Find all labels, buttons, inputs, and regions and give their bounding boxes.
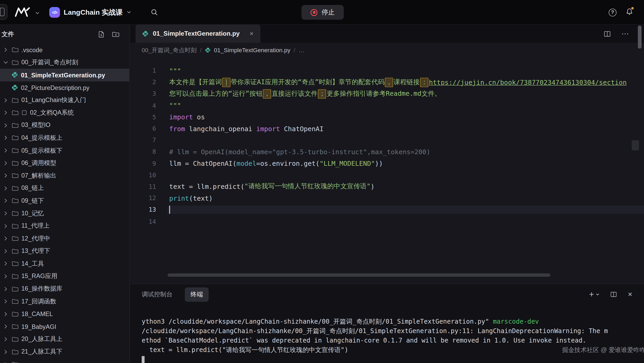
line-number: 9 — [130, 160, 156, 167]
tree-item-folder[interactable]: 21_人脉工具下 — [0, 345, 129, 358]
tree-item-label: 14_工具 — [21, 260, 44, 268]
folder-icon — [12, 260, 18, 267]
close-tab-icon[interactable]: ✕ — [250, 31, 254, 37]
code-line[interactable]: 8# llm = OpenAI(model_name="gpt-3.5-turb… — [130, 146, 644, 158]
vertical-scrollbar-thumb[interactable] — [638, 25, 641, 49]
folder-icon — [12, 323, 18, 330]
chevron-down-icon — [596, 292, 600, 297]
new-file-button[interactable] — [98, 31, 105, 38]
line-number: 13 — [130, 206, 156, 213]
tab-terminal[interactable]: 终端 — [185, 287, 209, 302]
folder-icon — [12, 349, 18, 355]
breadcrumb: 00_开篇词_奇点时刻 / 01_SimpleTextGeneration.py… — [130, 43, 644, 57]
folder-icon — [12, 311, 18, 317]
tree-item-folder[interactable]: 07_解析输出 — [0, 169, 129, 182]
chevron-down-icon[interactable] — [35, 10, 40, 17]
tree-item-folder[interactable]: .vscode — [0, 44, 129, 56]
tree-item-file[interactable]: 01_SimpleTextGeneration.py — [0, 69, 129, 81]
chevron-right-icon — [2, 298, 9, 305]
tree-item-folder[interactable]: 09_链下 — [0, 195, 129, 207]
code-line[interactable]: 5import os — [130, 111, 644, 123]
tree-item-folder[interactable]: 17_回调函数 — [0, 295, 129, 308]
code-line[interactable]: 11text = llm.predict("请给我写一句情人节红玫瑰的中文宣传语… — [130, 181, 644, 193]
chevron-right-icon — [2, 122, 9, 129]
tree-item-folder[interactable]: 00_开篇词_奇点时刻 — [0, 56, 129, 69]
editor-area: 01_SimpleTextGeneration.py ✕ ⋯ 00_开篇词_奇点… — [130, 25, 644, 363]
code-line[interactable]: 9llm = ChatOpenAI(model=os.environ.get("… — [130, 158, 644, 169]
tree-item-label: 16_操作数据库 — [21, 285, 63, 293]
tree-item-label: 10_记忆 — [21, 210, 44, 217]
split-terminal-button[interactable] — [610, 291, 617, 298]
tree-item-folder[interactable]: 08_链上 — [0, 182, 129, 195]
scrollbar-thumb[interactable] — [168, 273, 550, 277]
code-line[interactable]: 6from langchain_openai import ChatOpenAI — [130, 123, 644, 135]
tree-item-folder[interactable]: 20_人脉工具上 — [0, 333, 129, 345]
tree-item-folder[interactable]: 10_记忆 — [0, 207, 129, 220]
tree-item-folder[interactable]: 04_提示模板上 — [0, 132, 129, 144]
split-editor-button[interactable] — [604, 30, 611, 37]
chevron-right-icon — [2, 248, 9, 254]
new-folder-button[interactable] — [112, 31, 119, 38]
more-actions-button[interactable]: ⋯ — [621, 32, 629, 36]
tree-item-label: 20_人脉工具上 — [21, 335, 63, 343]
breadcrumb-folder[interactable]: 00_开篇词_奇点时刻 — [142, 46, 197, 54]
tree-item-folder[interactable]: 06_调用模型 — [0, 157, 129, 169]
chevron-right-icon — [2, 323, 9, 330]
code-line[interactable]: 14 — [130, 216, 644, 227]
help-icon[interactable]: ? — [609, 8, 616, 16]
marscode-logo-icon[interactable] — [14, 7, 30, 19]
tree-item-file[interactable]: 02_PictureDescription.py — [0, 81, 129, 94]
code-line[interactable]: 4""" — [130, 100, 644, 111]
tree-item-folder[interactable]: 13_代理下 — [0, 245, 129, 258]
code-line-text: """ — [168, 102, 644, 109]
tree-item-folder[interactable]: 12_代理中 — [0, 232, 129, 245]
stop-button[interactable]: 停止 — [302, 5, 344, 20]
breadcrumb-file[interactable]: 01_SimpleTextGeneration.py — [214, 47, 290, 54]
tree-item-folder[interactable]: 05_提示模板下 — [0, 144, 129, 157]
terminal-line: ython3 /cloudide/workspace/LangChain-shi… — [142, 317, 644, 327]
folder-icon — [12, 336, 18, 343]
code-line-text: 您可以点击最上方的“运行”按钮，直接运行该文件；更多操作指引请参考Readme.… — [168, 89, 644, 99]
editor-tab-active[interactable]: 01_SimpleTextGeneration.py ✕ — [135, 25, 260, 43]
line-number: 12 — [130, 195, 156, 202]
code-line-text: llm = ChatOpenAI(model=os.environ.get("L… — [168, 159, 644, 167]
code-line[interactable]: 13 — [130, 204, 644, 216]
search-button[interactable] — [150, 8, 158, 17]
tab-debug-console[interactable]: 调试控制台 — [142, 291, 173, 298]
folder-icon — [12, 185, 18, 191]
code-line[interactable]: 3您可以点击最上方的“运行”按钮，直接运行该文件；更多操作指引请参考Readme… — [130, 88, 644, 100]
code-line-text: """ — [168, 67, 644, 75]
tree-item-folder[interactable]: 15_RAG应用 — [0, 270, 129, 282]
horizontal-scrollbar[interactable] — [130, 273, 644, 277]
code-line[interactable]: 1""" — [130, 65, 644, 77]
code-line[interactable]: 12print(text) — [130, 193, 644, 204]
chevron-right-icon — [2, 260, 9, 267]
tree-item-folder[interactable]: 02_文档QA系统 — [0, 106, 129, 119]
terminal-line: ethod `BaseChatModel.predict` was deprec… — [142, 336, 644, 345]
tree-item-folder[interactable]: 18_CAMEL — [0, 308, 129, 320]
search-icon — [150, 8, 158, 16]
code-line[interactable]: 7 — [130, 135, 644, 146]
tree-item-folder[interactable]: 16_操作数据库 — [0, 282, 129, 295]
terminal-output[interactable]: ython3 /cloudide/workspace/LangChain-shi… — [130, 305, 644, 363]
tree-item-folder[interactable]: 03_模型IO — [0, 119, 129, 132]
breadcrumb-more[interactable]: … — [299, 47, 305, 54]
project-switcher[interactable]: </> LangChain 实战课 — [49, 4, 131, 21]
code-editor[interactable]: 1"""2本文件是【开篇词｜带你亲证AI应用开发的“奇点”时刻】章节的配套代码，… — [130, 57, 644, 274]
tree-item-folder[interactable]: 11_代理上 — [0, 220, 129, 232]
panel-toggle-icon[interactable] — [0, 4, 7, 20]
new-terminal-button[interactable]: + — [589, 291, 600, 297]
code-line[interactable]: 2本文件是【开篇词｜带你亲证AI应用开发的“奇点”时刻】章节的配套代码，课程链接… — [130, 77, 644, 88]
close-panel-button[interactable]: ✕ — [628, 291, 632, 298]
python-file-icon — [205, 47, 211, 53]
tree-item-folder[interactable]: 19_BabyAGI — [0, 320, 129, 333]
tree-item-label: 17_回调函数 — [21, 297, 56, 305]
tree-item-folder[interactable] — [0, 358, 129, 363]
breadcrumb-separator: / — [200, 47, 201, 54]
tree-item-folder[interactable]: 01_LangChain快速入门 — [0, 94, 129, 106]
folder-icon — [12, 172, 18, 179]
code-line[interactable]: 10 — [130, 169, 644, 181]
tree-item-label: .vscode — [21, 46, 43, 54]
tree-item-folder[interactable]: 14_工具 — [0, 257, 129, 270]
notifications-button[interactable] — [625, 8, 633, 17]
